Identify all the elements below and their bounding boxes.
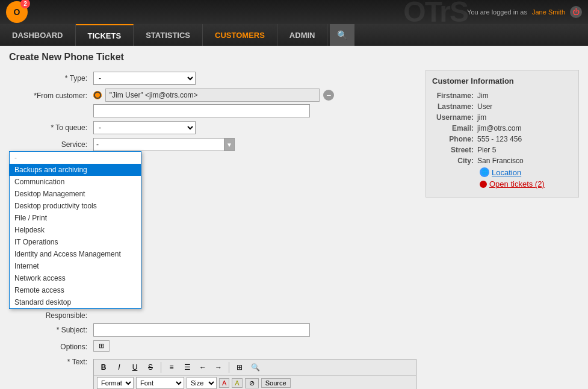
username-label: Username:	[432, 113, 477, 122]
service-label: Service:	[9, 138, 93, 149]
customer-info-panel: Customer Information Firstname: Jim Last…	[426, 70, 579, 198]
subject-input[interactable]	[93, 323, 310, 337]
text-editor: B I U S ≡ ☰ ← → ⊞ 🔍	[93, 359, 416, 389]
username-link[interactable]: Jane Smith	[532, 8, 565, 16]
dropdown-item-remote[interactable]: Remote access	[10, 284, 141, 296]
open-tickets-row: Open tickets (2)	[432, 179, 572, 188]
otrs-watermark: OTrS	[403, 0, 468, 24]
email-row: Email: jim@otrs.com	[432, 124, 572, 132]
street-row: Street: Pier 5	[432, 146, 572, 154]
service-dropdown-arrow[interactable]: ▼	[224, 138, 235, 151]
from-customer-control: −	[93, 89, 334, 117]
ordered-list-button[interactable]: ≡	[165, 361, 178, 373]
font-select[interactable]: Font	[136, 377, 184, 389]
customer-search-input[interactable]	[93, 104, 310, 117]
open-tickets-indicator	[480, 181, 487, 188]
customer-row: −	[93, 89, 334, 102]
nav-bar: DASHBOARD TICKETS STATISTICS CUSTOMERS A…	[0, 24, 588, 46]
indent-right-button[interactable]: →	[212, 361, 225, 373]
customer-radio[interactable]	[93, 91, 102, 99]
page-title: Create New Phone Ticket	[9, 52, 416, 63]
main-content: Create New Phone Ticket * Type: - *From …	[0, 46, 588, 389]
globe-icon: 🌐	[480, 167, 489, 177]
to-queue-select[interactable]: -	[93, 121, 196, 134]
underline-button[interactable]: U	[128, 361, 141, 373]
dropdown-item-network[interactable]: Network access	[10, 272, 141, 284]
text-row: * Text: B I U S ≡ ☰ ← → ⊞	[9, 355, 416, 389]
to-queue-control: -	[93, 121, 334, 134]
username-row: Username: jim	[432, 113, 572, 122]
dropdown-item-helpdesk[interactable]: Helpdesk	[10, 224, 141, 236]
responsible-row: Responsible:	[9, 309, 416, 320]
nav-item-customers[interactable]: CUSTOMERS	[203, 24, 277, 46]
open-tickets-link[interactable]: Open tickets (2)	[489, 179, 545, 188]
service-select-box[interactable]: -	[93, 138, 224, 151]
customer-input[interactable]	[105, 89, 320, 102]
lastname-value: User	[477, 102, 492, 111]
dropdown-item-file-print[interactable]: File / Print	[10, 212, 141, 224]
nav-item-admin[interactable]: ADMIN	[277, 24, 328, 46]
toolbar-sep-1	[161, 362, 161, 373]
logo-area: O 2	[6, 1, 28, 23]
phone-row: Phone: 555 - 123 456	[432, 135, 572, 143]
subject-label: * Subject:	[9, 323, 93, 334]
logout-button[interactable]: ⏻	[570, 6, 582, 18]
highlight-button[interactable]: A	[232, 378, 242, 388]
editor-toolbar: B I U S ≡ ☰ ← → ⊞ 🔍	[94, 359, 416, 376]
italic-button[interactable]: I	[113, 361, 126, 373]
strikethrough-button[interactable]: S	[144, 361, 157, 373]
dropdown-item-dash[interactable]: -	[10, 152, 141, 164]
type-row: * Type: -	[9, 72, 416, 85]
source-button[interactable]: Source	[261, 378, 291, 388]
notification-badge: 2	[20, 0, 30, 8]
login-text: You are logged in as	[467, 8, 527, 16]
format-select[interactable]: Format	[97, 377, 134, 389]
type-control: -	[93, 72, 334, 85]
city-row: City: San Francisco	[432, 157, 572, 165]
firstname-row: Firstname: Jim	[432, 92, 572, 100]
options-control: ⊞	[93, 340, 334, 352]
indent-left-button[interactable]: ←	[196, 361, 209, 373]
size-select[interactable]: Size	[187, 377, 217, 389]
search-button[interactable]: 🔍	[330, 24, 354, 46]
binoculars-button[interactable]: ⊞	[93, 340, 110, 352]
dropdown-item-communication[interactable]: Communication	[10, 176, 141, 188]
dropdown-item-backups[interactable]: Backups and archiving	[10, 164, 141, 176]
customer-info-title: Customer Information	[432, 76, 572, 86]
nav-item-tickets[interactable]: TICKETS	[76, 24, 134, 46]
top-bar: O 2 OTrS You are logged in as Jane Smith…	[0, 0, 588, 24]
dropdown-item-std-desktop[interactable]: Standard desktop	[10, 296, 141, 308]
logo-icon: O 2	[6, 1, 28, 23]
firstname-value: Jim	[477, 92, 489, 100]
from-customer-row: *From customer: −	[9, 89, 416, 117]
find-button[interactable]: 🔍	[249, 361, 262, 373]
phone-value: 555 - 123 456	[477, 135, 522, 143]
editor-format-bar: Format Font Size A A ⊘ Source	[94, 376, 416, 389]
subject-control	[93, 323, 334, 337]
unordered-list-button[interactable]: ☰	[181, 361, 194, 373]
city-label: City:	[432, 157, 477, 165]
lastname-label: Lastname:	[432, 102, 477, 111]
dropdown-item-iam[interactable]: Identity and Access Management	[10, 248, 141, 260]
nav-item-statistics[interactable]: STATISTICS	[134, 24, 203, 46]
table-button[interactable]: ⊞	[233, 361, 246, 373]
dropdown-item-desktop-prod[interactable]: Desktop productivity tools	[10, 200, 141, 212]
remove-customer-button[interactable]: −	[323, 90, 334, 101]
lastname-row: Lastname: User	[432, 102, 572, 111]
email-value: jim@otrs.com	[477, 124, 522, 132]
nav-item-dashboard[interactable]: DASHBOARD	[0, 24, 76, 46]
dropdown-item-internet[interactable]: Internet	[10, 260, 141, 272]
font-color-button[interactable]: A	[219, 378, 229, 388]
location-row: 🌐 Location	[432, 167, 572, 177]
options-row: Options: ⊞	[9, 340, 416, 352]
to-queue-row: * To queue: -	[9, 121, 416, 134]
clear-format-button[interactable]: ⊘	[245, 378, 259, 388]
bold-button[interactable]: B	[97, 361, 110, 373]
dropdown-item-it-ops[interactable]: IT Operations	[10, 236, 141, 248]
phone-label: Phone:	[432, 135, 477, 143]
city-value: San Francisco	[477, 157, 524, 165]
type-select[interactable]: -	[93, 72, 196, 85]
location-link[interactable]: Location	[492, 168, 521, 177]
from-customer-label: *From customer:	[9, 89, 93, 100]
dropdown-item-desktop-mgmt[interactable]: Desktop Management	[10, 188, 141, 200]
